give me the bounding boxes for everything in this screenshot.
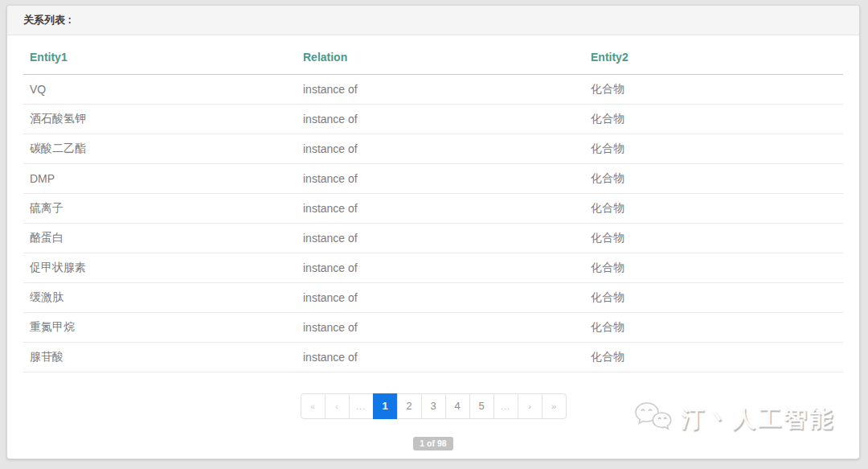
table-row: 重氮甲烷instance of化合物: [23, 313, 843, 343]
column-header-entity1: Entity1: [23, 35, 297, 75]
cell-entity1: 缓激肽: [23, 283, 297, 313]
pagination-ellipsis: ...: [493, 393, 518, 419]
table-row: 碳酸二乙酯instance of化合物: [23, 134, 843, 164]
column-header-entity2: Entity2: [584, 35, 843, 75]
cell-entity1: 硫离子: [23, 194, 297, 224]
cell-entity2: 化合物: [584, 313, 843, 343]
table-row: VQinstance of化合物: [23, 75, 843, 105]
table-row: DMPinstance of化合物: [23, 164, 843, 194]
page-button-3[interactable]: 3: [421, 393, 446, 419]
page-status-badge: 1 of 98: [413, 437, 452, 450]
cell-relation: instance of: [297, 75, 584, 105]
next-page-button[interactable]: ›: [518, 393, 542, 419]
cell-entity1: 腺苷酸: [23, 343, 297, 372]
column-header-relation: Relation: [297, 35, 584, 75]
cell-relation: instance of: [297, 105, 584, 134]
cell-entity2: 化合物: [584, 134, 843, 164]
cell-entity2: 化合物: [584, 105, 843, 134]
table-row: 腺苷酸instance of化合物: [23, 343, 843, 372]
cell-entity1: 酒石酸氢钾: [23, 105, 297, 134]
cell-relation: instance of: [297, 313, 584, 343]
cell-entity1: 酪蛋白: [23, 224, 297, 253]
table-row: 酒石酸氢钾instance of化合物: [23, 105, 843, 134]
last-page-button[interactable]: »: [542, 393, 567, 419]
cell-entity2: 化合物: [584, 253, 843, 283]
cell-entity2: 化合物: [584, 194, 843, 224]
first-page-button: «: [301, 393, 326, 419]
table-row: 缓激肽instance of化合物: [23, 283, 843, 313]
cell-relation: instance of: [297, 194, 584, 224]
cell-relation: instance of: [297, 224, 584, 253]
page-button-5[interactable]: 5: [469, 393, 494, 419]
table-row: 促甲状腺素instance of化合物: [23, 253, 843, 283]
cell-relation: instance of: [297, 134, 584, 164]
cell-entity1: 重氮甲烷: [23, 313, 297, 343]
panel-title: 关系列表 :: [7, 6, 859, 35]
cell-relation: instance of: [297, 164, 584, 194]
prev-page-button: ‹: [325, 393, 350, 419]
cell-entity2: 化合物: [584, 164, 843, 194]
pagination: «‹...12345...›»: [301, 393, 567, 419]
page-button-1[interactable]: 1: [373, 393, 398, 419]
table-header-row: Entity1 Relation Entity2: [23, 35, 843, 75]
status-area: 1 of 98: [23, 435, 843, 450]
cell-relation: instance of: [297, 283, 584, 313]
cell-entity1: 碳酸二乙酯: [23, 134, 297, 164]
table-row: 硫离子instance of化合物: [23, 194, 843, 224]
cell-entity2: 化合物: [584, 75, 843, 105]
panel-body: Entity1 Relation Entity2 VQinstance of化合…: [7, 35, 859, 450]
table-body: VQinstance of化合物酒石酸氢钾instance of化合物碳酸二乙酯…: [23, 75, 843, 372]
relations-table: Entity1 Relation Entity2 VQinstance of化合…: [23, 35, 843, 372]
cell-entity1: 促甲状腺素: [23, 253, 297, 283]
pagination-ellipsis: ...: [349, 393, 374, 419]
relations-panel: 关系列表 : Entity1 Relation Entity2 VQinstan…: [6, 5, 860, 459]
page-button-2[interactable]: 2: [397, 393, 422, 419]
cell-relation: instance of: [297, 253, 584, 283]
cell-entity1: VQ: [23, 75, 297, 105]
cell-entity2: 化合物: [584, 283, 843, 313]
cell-entity1: DMP: [23, 164, 297, 194]
page-button-4[interactable]: 4: [445, 393, 470, 419]
cell-relation: instance of: [297, 343, 584, 372]
pagination-area: «‹...12345...›»: [23, 393, 843, 419]
cell-entity2: 化合物: [584, 224, 843, 253]
table-row: 酪蛋白instance of化合物: [23, 224, 843, 253]
cell-entity2: 化合物: [584, 343, 843, 372]
